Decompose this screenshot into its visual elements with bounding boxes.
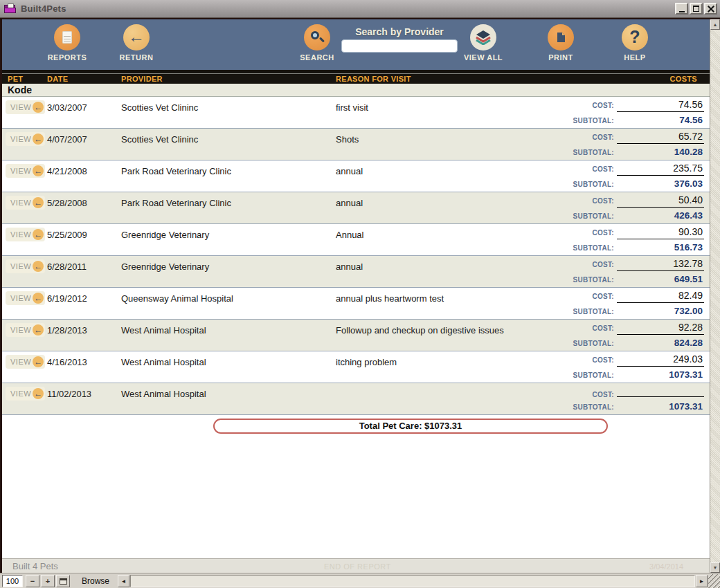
- reason-cell: first visit: [336, 102, 368, 113]
- zoom-out-icon: −: [30, 577, 35, 585]
- report-document-icon: [54, 24, 80, 50]
- status-area-toggle-button[interactable]: [56, 575, 70, 587]
- table-row: VIEW ← 4/07/2007 Scotties Vet Clininc Sh…: [2, 129, 710, 160]
- view-button[interactable]: VIEW ←: [6, 100, 45, 114]
- table-row: VIEW ← 4/21/2008 Park Road Veterinary Cl…: [2, 160, 710, 192]
- arrow-left-icon: ←: [123, 24, 150, 50]
- reason-cell: annual: [336, 166, 363, 176]
- reason-cell: annual: [336, 261, 363, 272]
- cost-value: 249.03: [617, 353, 704, 367]
- table-row: VIEW ← 5/25/2009 Greenridge Veterinary A…: [2, 224, 710, 256]
- search-icon: [304, 24, 330, 50]
- table-row: VIEW ← 11/02/2013 West Animal Hospital C…: [2, 383, 710, 415]
- report-body-filler: [2, 445, 710, 558]
- provider-cell: Queensway Animal Hospital: [121, 293, 233, 304]
- subtotal-label: SUBTOTAL:: [573, 181, 614, 188]
- cost-label: COST:: [593, 165, 615, 173]
- cost-block: COST: 249.03 SUBTOTAL: 1073.31: [562, 353, 704, 380]
- minimize-button[interactable]: [675, 3, 688, 15]
- date-cell: 6/19/2012: [47, 293, 87, 304]
- maximize-icon: [693, 6, 699, 12]
- hscroll-right-button[interactable]: ►: [696, 575, 708, 587]
- reason-cell: Annual: [336, 230, 363, 240]
- view-button[interactable]: VIEW ←: [6, 355, 45, 369]
- app-window: Built4Pets REPORTS ← RETURN: [0, 0, 720, 588]
- mode-label[interactable]: Browse: [82, 576, 109, 586]
- subtotal-label: SUBTOTAL:: [573, 340, 614, 347]
- arrow-left-icon: ←: [33, 293, 44, 304]
- vertical-scrollbar[interactable]: ▲ ▼: [710, 19, 720, 573]
- view-button[interactable]: VIEW ←: [6, 291, 45, 305]
- subtotal-value: 1073.31: [617, 369, 704, 380]
- view-button-label: VIEW: [10, 135, 31, 143]
- search-label: SEARCH: [300, 53, 334, 62]
- arrow-left-icon: ←: [33, 102, 44, 113]
- arrow-left-icon: ←: [33, 388, 44, 399]
- triangle-right-icon: ►: [699, 578, 705, 585]
- view-button[interactable]: VIEW ←: [6, 259, 45, 273]
- subtotal-value: 74.56: [617, 115, 704, 125]
- table-row: VIEW ← 1/28/2013 West Animal Hospital Fo…: [2, 320, 710, 351]
- maximize-button[interactable]: [690, 3, 703, 15]
- cost-block: COST: 92.28 SUBTOTAL: 824.28: [562, 322, 704, 348]
- search-input[interactable]: [341, 39, 458, 53]
- cost-label: COST:: [593, 102, 615, 109]
- search-field-group: Search by Provider: [340, 26, 459, 53]
- search-button[interactable]: SEARCH: [288, 24, 346, 62]
- cost-block: COST: 235.75 SUBTOTAL: 376.03: [562, 163, 704, 189]
- horizontal-scroll-track[interactable]: [130, 575, 695, 587]
- toolbar: REPORTS ← RETURN SEARCH Search by Provid…: [2, 19, 710, 70]
- reason-cell: Followup and checkup on digestive issues: [336, 325, 504, 336]
- footer-date: 3/04/2014: [649, 562, 683, 571]
- table-row: VIEW ← 3/03/2007 Scotties Vet Clininc fi…: [2, 97, 710, 129]
- cost-label: COST:: [593, 134, 615, 141]
- layers-icon: [470, 24, 496, 50]
- scroll-up-button[interactable]: ▲: [710, 19, 720, 30]
- close-icon: [708, 6, 714, 12]
- view-button-label: VIEW: [10, 326, 31, 334]
- view-button-label: VIEW: [10, 262, 31, 270]
- cost-block: COST: 132.78 SUBTOTAL: 649.51: [562, 258, 704, 284]
- reason-cell: annual plus heartworm test: [336, 293, 444, 304]
- view-button-label: VIEW: [10, 389, 31, 398]
- zoom-out-button[interactable]: −: [26, 575, 39, 587]
- view-button[interactable]: VIEW ←: [6, 387, 45, 401]
- col-pet: PET: [8, 75, 23, 83]
- view-button[interactable]: VIEW ←: [6, 323, 45, 337]
- status-area-icon: [60, 578, 67, 585]
- view-button[interactable]: VIEW ←: [6, 228, 45, 241]
- view-button[interactable]: VIEW ←: [6, 196, 45, 210]
- cost-block: COST: SUBTOTAL: 1073.31: [562, 385, 704, 412]
- title-bar[interactable]: Built4Pets: [0, 0, 720, 18]
- cost-label: COST:: [593, 197, 615, 205]
- print-label: PRINT: [548, 53, 573, 62]
- return-button[interactable]: ← RETURN: [107, 24, 165, 62]
- view-button[interactable]: VIEW ←: [6, 164, 45, 178]
- date-cell: 4/21/2008: [47, 166, 87, 176]
- reports-button[interactable]: REPORTS: [38, 24, 96, 62]
- zoom-level-box[interactable]: 100: [2, 575, 23, 587]
- print-button[interactable]: PRINT: [532, 24, 590, 62]
- date-cell: 11/02/2013: [47, 389, 91, 399]
- hscroll-left-button[interactable]: ◄: [118, 575, 129, 587]
- subtotal-label: SUBTOTAL:: [573, 212, 614, 220]
- subtotal-value: 732.00: [617, 306, 704, 316]
- total-section: Total Pet Care: $1073.31: [2, 415, 710, 445]
- table-row: VIEW ← 4/16/2013 West Animal Hospital it…: [2, 351, 710, 383]
- subtotal-label: SUBTOTAL:: [573, 371, 614, 379]
- triangle-left-icon: ◄: [121, 578, 127, 585]
- provider-cell: Park Road Veterinary Clinic: [121, 166, 231, 176]
- close-button[interactable]: [704, 3, 717, 15]
- help-button[interactable]: ? HELP: [606, 24, 664, 62]
- scroll-down-button[interactable]: ▼: [710, 562, 720, 573]
- zoom-in-button[interactable]: +: [41, 575, 55, 587]
- vertical-scroll-track[interactable]: [710, 30, 720, 562]
- subtotal-value: 376.03: [617, 178, 704, 189]
- view-button[interactable]: VIEW ←: [6, 132, 45, 146]
- subtotal-value: 140.28: [617, 147, 704, 157]
- subtotal-value: 1073.31: [617, 401, 704, 412]
- view-all-button[interactable]: VIEW ALL: [454, 24, 512, 62]
- table-row: VIEW ← 6/19/2012 Queensway Animal Hospit…: [2, 288, 710, 320]
- minimize-icon: [679, 11, 685, 12]
- resize-grip[interactable]: [708, 574, 720, 588]
